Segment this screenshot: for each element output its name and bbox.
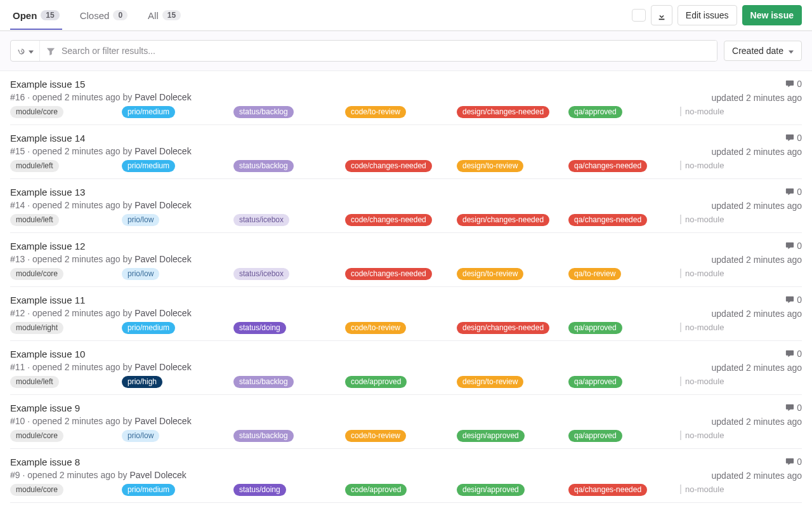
label[interactable]: status/backlog — [233, 376, 294, 388]
label[interactable]: status/icebox — [233, 214, 289, 226]
issue-author-link[interactable]: Pavel Dolecek — [134, 200, 192, 210]
issue-title-link[interactable]: Example issue 9 — [10, 403, 680, 413]
comments-count[interactable]: 0 — [785, 241, 802, 251]
tab-open[interactable]: Open 15 — [10, 1, 62, 30]
label[interactable]: code/approved — [345, 484, 407, 496]
issue-title-link[interactable]: Example issue 11 — [10, 295, 680, 305]
label[interactable]: prio/medium — [122, 484, 175, 496]
chevron-down-icon — [29, 46, 34, 56]
label[interactable]: qa/changes-needed — [568, 484, 647, 496]
label[interactable]: status/backlog — [233, 430, 294, 442]
comments-count[interactable]: 0 — [785, 295, 802, 305]
label[interactable]: code/changes-needed — [345, 268, 432, 280]
label[interactable]: prio/low — [122, 214, 159, 226]
recent-searches-button[interactable] — [11, 41, 40, 61]
label[interactable]: module/core — [10, 430, 63, 442]
updated-time: updated 2 minutes ago — [712, 255, 802, 265]
label[interactable]: code/approved — [345, 376, 407, 388]
issue-author-link[interactable]: Pavel Dolecek — [134, 416, 192, 426]
search-box — [10, 40, 717, 62]
issue-author-link[interactable]: Pavel Dolecek — [134, 146, 192, 156]
label[interactable]: design/to-review — [457, 268, 523, 280]
label[interactable]: status/doing — [233, 322, 286, 334]
comments-count[interactable]: 0 — [785, 187, 802, 197]
comments-count[interactable]: 0 — [785, 79, 802, 89]
label[interactable]: status/backlog — [233, 106, 294, 118]
tab-open-count: 15 — [41, 10, 59, 20]
tab-all-label: All — [148, 10, 159, 21]
chevron-down-icon — [789, 46, 794, 56]
label[interactable]: prio/medium — [122, 322, 175, 334]
label[interactable]: module/left — [10, 214, 59, 226]
issue-author-link[interactable]: Pavel Dolecek — [134, 92, 192, 102]
issue-labels: module/coreprio/lowstatus/backlogcode/to… — [10, 430, 680, 442]
label[interactable]: code/changes-needed — [345, 160, 432, 172]
label[interactable]: qa/changes-needed — [568, 214, 647, 226]
label[interactable]: module/core — [10, 106, 63, 118]
label[interactable]: code/changes-needed — [345, 214, 432, 226]
label[interactable]: prio/medium — [122, 160, 175, 172]
comments-count[interactable]: 0 — [785, 349, 802, 359]
edit-issues-button[interactable]: Edit issues — [678, 5, 737, 25]
label[interactable]: design/changes-needed — [457, 106, 549, 118]
issue-author-link[interactable]: Pavel Dolecek — [134, 308, 192, 318]
issue-labels: module/rightprio/mediumstatus/doingcode/… — [10, 322, 680, 334]
issue-row: Example issue 9#10 · opened 2 minutes ag… — [10, 395, 802, 449]
label[interactable]: code/to-review — [345, 322, 406, 334]
label[interactable]: prio/high — [122, 376, 162, 388]
label[interactable]: design/changes-needed — [457, 214, 549, 226]
label[interactable]: code/to-review — [345, 430, 406, 442]
issue-author-link[interactable]: Pavel Dolecek — [134, 254, 192, 264]
comments-count[interactable]: 0 — [785, 133, 802, 143]
issue-labels: module/leftprio/lowstatus/iceboxcode/cha… — [10, 214, 680, 226]
label[interactable]: qa/approved — [568, 322, 622, 334]
issue-title-link[interactable]: Example issue 15 — [10, 79, 680, 90]
label[interactable]: module/core — [10, 268, 63, 280]
label[interactable]: design/approved — [457, 484, 525, 496]
label[interactable]: qa/changes-needed — [568, 160, 647, 172]
label[interactable]: design/to-review — [457, 376, 523, 388]
comments-count[interactable]: 0 — [785, 457, 802, 467]
issue-author-link[interactable]: Pavel Dolecek — [129, 470, 187, 480]
issue-title-link[interactable]: Example issue 10 — [10, 349, 680, 359]
label[interactable]: module/right — [10, 322, 63, 334]
issues-list: Example issue 15#16 · opened 2 minutes a… — [0, 71, 812, 503]
issue-author-link[interactable]: Pavel Dolecek — [134, 362, 192, 372]
comments-count[interactable]: 0 — [785, 403, 802, 413]
new-issue-label: New issue — [750, 10, 794, 20]
search-input[interactable] — [62, 41, 717, 61]
issue-row: Example issue 12#13 · opened 2 minutes a… — [10, 233, 802, 287]
tab-all-count: 15 — [162, 10, 181, 20]
tab-all[interactable]: All 15 — [145, 1, 183, 30]
label[interactable]: module/left — [10, 376, 59, 388]
label[interactable]: code/to-review — [345, 106, 406, 118]
label[interactable]: design/to-review — [457, 160, 523, 172]
label[interactable]: design/changes-needed — [457, 322, 549, 334]
issue-title-link[interactable]: Example issue 14 — [10, 133, 680, 144]
label[interactable]: status/doing — [233, 484, 286, 496]
label[interactable]: qa/to-review — [568, 268, 621, 280]
sort-dropdown[interactable]: Created date — [724, 41, 802, 61]
export-button[interactable] — [651, 5, 672, 25]
tab-closed[interactable]: Closed 0 — [77, 1, 130, 30]
issue-title-link[interactable]: Example issue 13 — [10, 187, 680, 197]
issue-labels: module/leftprio/highstatus/backlogcode/a… — [10, 376, 680, 388]
label[interactable]: prio/low — [122, 268, 159, 280]
label[interactable]: module/left — [10, 160, 59, 172]
label[interactable]: status/backlog — [233, 160, 294, 172]
rss-placeholder[interactable] — [632, 9, 646, 22]
history-icon — [17, 46, 26, 56]
issue-meta: #13 · opened 2 minutes ago by Pavel Dole… — [10, 254, 680, 264]
issue-title-link[interactable]: Example issue 8 — [10, 457, 680, 467]
filter-icon — [40, 46, 62, 56]
label[interactable]: prio/medium — [122, 106, 175, 118]
label[interactable]: qa/approved — [568, 106, 622, 118]
label[interactable]: prio/low — [122, 430, 159, 442]
label[interactable]: qa/approved — [568, 376, 622, 388]
label[interactable]: module/core — [10, 484, 63, 496]
issue-title-link[interactable]: Example issue 12 — [10, 241, 680, 251]
label[interactable]: qa/approved — [568, 430, 622, 442]
new-issue-button[interactable]: New issue — [742, 5, 802, 25]
label[interactable]: status/icebox — [233, 268, 289, 280]
label[interactable]: design/approved — [457, 430, 525, 442]
